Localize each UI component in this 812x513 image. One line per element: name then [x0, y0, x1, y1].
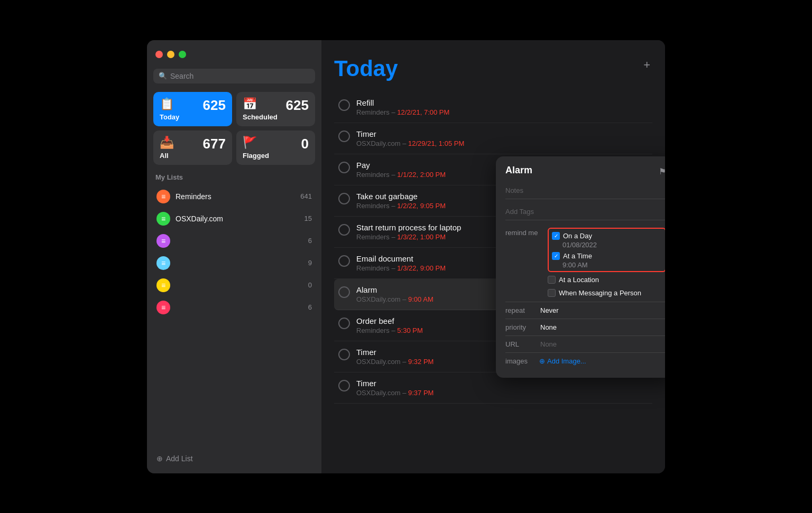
reminder-circle-timer2[interactable]	[338, 349, 350, 360]
reminder-circle-beef[interactable]	[338, 318, 350, 329]
my-lists-section: My Lists ≡ Reminders 641 ≡ OSXDaily.com …	[153, 173, 315, 449]
list6-dot: ≡	[156, 301, 170, 314]
at-a-time-label: At a Time	[563, 252, 592, 260]
list3-dot: ≡	[156, 234, 170, 248]
my-lists-title: My Lists	[153, 173, 315, 181]
add-list-button[interactable]: ⊕ Add List	[153, 449, 315, 465]
search-icon: 🔍	[159, 72, 167, 80]
reminder-refill: Refill Reminders – 12/2/21, 7:00 PM	[334, 92, 652, 123]
reminder-info-timer1: Timer OSXDaily.com – 12/29/21, 1:05 PM	[356, 129, 648, 147]
list5-dot: ≡	[156, 278, 170, 292]
reminders-name: Reminders	[176, 192, 295, 201]
search-input[interactable]	[170, 72, 310, 80]
list-item-6[interactable]: ≡ 6	[153, 296, 315, 319]
osxdaily-dot: ≡	[156, 212, 170, 226]
add-reminder-button[interactable]: +	[641, 56, 652, 74]
at-location-checkbox[interactable]	[548, 276, 556, 284]
scheduled-count: 625	[286, 97, 309, 114]
reminder-info-timer3: Timer OSXDaily.com – 9:37 PM	[356, 379, 648, 397]
priority-label: priority	[505, 323, 536, 331]
list-item-4[interactable]: ≡ 9	[153, 252, 315, 274]
reminder-circle-garbage[interactable]	[338, 193, 350, 204]
scheduled-label: Scheduled	[243, 113, 309, 121]
detail-tags[interactable]: Add Tags	[505, 203, 665, 220]
today-count: 625	[203, 97, 226, 114]
list4-dot: ≡	[156, 256, 170, 270]
list-item-osxdaily[interactable]: ≡ OSXDaily.com 15	[153, 208, 315, 230]
smart-list-today[interactable]: 📋 625 Today	[153, 92, 232, 126]
add-image-label-text: Add Image...	[547, 357, 586, 365]
reminder-circle-email[interactable]	[338, 255, 350, 267]
at-a-time-option[interactable]: ✓ At a Time	[552, 251, 662, 261]
reminder-info-refill: Refill Reminders – 12/2/21, 7:00 PM	[356, 98, 648, 116]
on-a-day-checkbox[interactable]: ✓	[552, 232, 560, 240]
repeat-row: repeat Never	[505, 302, 665, 319]
add-image-icon: ⊕	[539, 357, 545, 365]
flagged-icon: 🚩	[243, 136, 309, 150]
page-title: Today	[334, 56, 398, 81]
priority-row: priority None	[505, 319, 665, 335]
reminder-circle-pay[interactable]	[338, 162, 350, 173]
remind-me-label: remind me	[505, 228, 543, 237]
reminder-subtitle-timer3: OSXDaily.com – 9:37 PM	[356, 389, 648, 397]
reminder-circle-timer1[interactable]	[338, 130, 350, 142]
reminder-circle-laptop[interactable]	[338, 224, 350, 236]
reminder-subtitle-timer1: OSXDaily.com – 12/29/21, 1:05 PM	[356, 139, 648, 147]
images-row: images ⊕ Add Image...	[505, 352, 665, 369]
all-count: 677	[203, 136, 226, 152]
list-item-5[interactable]: ≡ 0	[153, 274, 315, 296]
sidebar: 🔍 📋 625 Today 📅 625 Scheduled 📥 677 All	[147, 40, 321, 473]
at-location-option[interactable]: At a Location	[548, 274, 665, 285]
maximize-button[interactable]	[179, 51, 186, 58]
today-label: Today	[160, 113, 226, 121]
when-messaging-option[interactable]: When Messaging a Person	[548, 287, 665, 299]
priority-value[interactable]: None	[540, 323, 557, 331]
osxdaily-count: 15	[304, 214, 312, 222]
reminder-circle-refill[interactable]	[338, 99, 350, 111]
flag-icon[interactable]: ⚑	[659, 166, 665, 176]
on-a-day-option[interactable]: ✓ On a Day	[552, 231, 662, 241]
all-label: All	[160, 152, 226, 160]
add-list-icon: ⊕	[156, 454, 163, 463]
smart-list-scheduled[interactable]: 📅 625 Scheduled	[236, 92, 315, 126]
list-item-3[interactable]: ≡ 6	[153, 230, 315, 252]
reminder-title-timer1: Timer	[356, 129, 648, 138]
flagged-label: Flagged	[243, 152, 309, 160]
list-item-reminders[interactable]: ≡ Reminders 641	[153, 185, 315, 208]
app-window: 🔍 📋 625 Today 📅 625 Scheduled 📥 677 All	[147, 40, 665, 473]
at-a-time-checkbox[interactable]: ✓	[552, 252, 560, 260]
reminders-count: 641	[300, 192, 312, 200]
osxdaily-name: OSXDaily.com	[176, 214, 299, 223]
reminder-subtitle-refill: Reminders – 12/2/21, 7:00 PM	[356, 108, 648, 116]
repeat-label: repeat	[505, 306, 536, 314]
detail-header: Alarm ⚑	[505, 165, 665, 178]
list5-count: 0	[308, 281, 312, 289]
images-label: images	[505, 357, 536, 365]
search-bar: 🔍	[153, 69, 315, 83]
detail-panel: Alarm ⚑ Notes Add Tags remind me ✓ On a …	[496, 156, 665, 378]
list6-count: 6	[308, 303, 312, 311]
repeat-value[interactable]: Never	[540, 306, 559, 314]
smart-lists: 📋 625 Today 📅 625 Scheduled 📥 677 All 🚩 …	[153, 92, 315, 165]
smart-list-all[interactable]: 📥 677 All	[153, 130, 232, 165]
remind-row: remind me ✓ On a Day 01/08/2022 ✓ At a T…	[505, 225, 665, 302]
add-image-button[interactable]: ⊕ Add Image...	[539, 357, 586, 365]
list3-count: 6	[308, 237, 312, 245]
reminder-title-timer3: Timer	[356, 379, 648, 388]
url-label: URL	[505, 340, 536, 348]
main-content: Today + Refill Reminders – 12/2/21, 7:00…	[321, 40, 665, 473]
smart-list-flagged[interactable]: 🚩 0 Flagged	[236, 130, 315, 165]
close-button[interactable]	[155, 51, 163, 58]
minimize-button[interactable]	[167, 51, 174, 58]
traffic-lights	[153, 49, 315, 60]
detail-title: Alarm	[505, 165, 532, 176]
reminder-title-refill: Refill	[356, 98, 648, 107]
main-header: Today +	[334, 56, 652, 81]
reminder-circle-timer3[interactable]	[338, 380, 350, 391]
url-row: URL None	[505, 335, 665, 352]
url-value[interactable]: None	[540, 340, 557, 348]
detail-notes[interactable]: Notes	[505, 182, 665, 199]
flagged-count: 0	[301, 136, 309, 152]
reminder-circle-alarm[interactable]	[338, 286, 350, 298]
when-messaging-checkbox[interactable]	[548, 289, 556, 297]
